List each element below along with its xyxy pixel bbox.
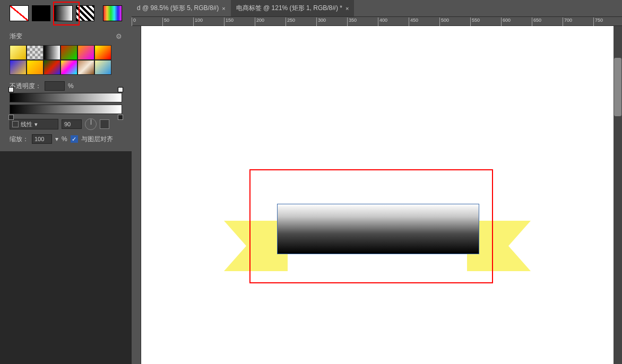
angle-dial-icon[interactable]	[85, 118, 97, 130]
red-highlight-canvas	[249, 169, 493, 283]
ruler-tick: 600	[501, 18, 528, 26]
gradient-preset[interactable]	[27, 60, 44, 75]
gradient-preset[interactable]	[10, 45, 27, 60]
gradient-preset[interactable]	[61, 45, 77, 60]
ruler-tick: 50	[162, 18, 189, 26]
ruler-tick: 250	[286, 18, 312, 26]
close-icon[interactable]: ×	[345, 5, 349, 12]
ruler-tick: 400	[378, 18, 404, 26]
canvas[interactable]	[141, 26, 622, 364]
ruler-tick: 500	[439, 18, 466, 26]
document-tab[interactable]: d @ 98.5% (矩形 5, RGB/8#) ×	[132, 0, 231, 16]
tab-label: 电商标签 @ 121% (矩形 1, RGB/8#) *	[236, 4, 342, 13]
gradient-preset[interactable]	[27, 45, 44, 60]
ruler-tick: 300	[316, 18, 343, 26]
close-icon[interactable]: ×	[222, 5, 225, 12]
ruler-tick: 700	[563, 18, 589, 26]
opacity-unit: %	[68, 82, 74, 90]
gradient-preset[interactable]	[44, 45, 61, 60]
scale-unit: %	[62, 135, 67, 143]
scale-input[interactable]	[32, 134, 52, 144]
ruler-tick: 650	[532, 18, 558, 26]
red-highlight-toolbar	[53, 2, 80, 25]
color-stop[interactable]	[118, 115, 123, 120]
chevron-down-icon: ▾	[34, 121, 38, 128]
color-stops-bar[interactable]	[10, 105, 122, 114]
opacity-stop[interactable]	[8, 87, 14, 92]
align-label: 与图层对齐	[81, 135, 113, 144]
gradient-type-select[interactable]: 线性 ▾	[10, 119, 58, 129]
ruler-tick: 550	[470, 18, 497, 26]
tab-label: d @ 98.5% (矩形 5, RGB/8#)	[137, 4, 219, 13]
gradient-preset[interactable]	[94, 60, 111, 75]
gradient-preset[interactable]	[94, 45, 111, 60]
ruler-tick: 750	[593, 18, 620, 26]
panel-title: 渐变	[10, 32, 22, 41]
fill-solid-swatch[interactable]	[32, 5, 51, 21]
ruler-tick: 350	[347, 18, 374, 26]
gear-icon[interactable]: ⚙	[116, 32, 122, 40]
angle-input[interactable]	[62, 119, 82, 129]
ruler-tick: 100	[193, 18, 220, 26]
gradient-preset[interactable]	[61, 60, 77, 75]
scrollbar-thumb[interactable]	[614, 58, 621, 116]
color-picker-swatch[interactable]	[103, 5, 122, 21]
gradient-preset[interactable]	[44, 60, 61, 75]
scale-label: 缩放：	[10, 135, 29, 144]
ruler-tick: 150	[224, 18, 250, 26]
ruler-tick: 450	[409, 18, 435, 26]
ruler-tick: 0	[132, 18, 158, 26]
type-label: 线性	[21, 120, 32, 128]
horizontal-ruler: 0 50 100 150 200 250 300 350 400 450 500…	[132, 16, 622, 26]
opacity-input[interactable]	[45, 81, 65, 91]
document-tabs: d @ 98.5% (矩形 5, RGB/8#) × 电商标签 @ 121% (…	[132, 0, 622, 16]
vertical-ruler	[132, 26, 141, 364]
opacity-stop[interactable]	[118, 87, 123, 92]
gradient-preset[interactable]	[77, 60, 94, 75]
align-checkbox[interactable]: ✓	[71, 135, 78, 143]
vertical-scrollbar[interactable]	[614, 26, 622, 364]
gradient-preset[interactable]	[77, 45, 94, 60]
fill-none-swatch[interactable]	[10, 5, 29, 21]
ruler-tick: 200	[255, 18, 281, 26]
type-preview-icon	[12, 121, 19, 127]
document-tab[interactable]: 电商标签 @ 121% (矩形 1, RGB/8#) * ×	[231, 0, 355, 16]
gradient-panel: 渐变 ⚙ 不透明度： % 线性 ▾	[0, 27, 132, 151]
gradient-presets	[10, 45, 111, 75]
chevron-down-icon[interactable]: ▾	[55, 135, 58, 143]
gradient-preset[interactable]	[10, 60, 27, 75]
reverse-gradient-icon[interactable]	[100, 119, 109, 129]
opacity-label: 不透明度：	[10, 82, 41, 91]
tool-options-bar	[0, 0, 132, 27]
opacity-stops-bar[interactable]	[10, 93, 122, 102]
color-stop[interactable]	[8, 115, 14, 120]
